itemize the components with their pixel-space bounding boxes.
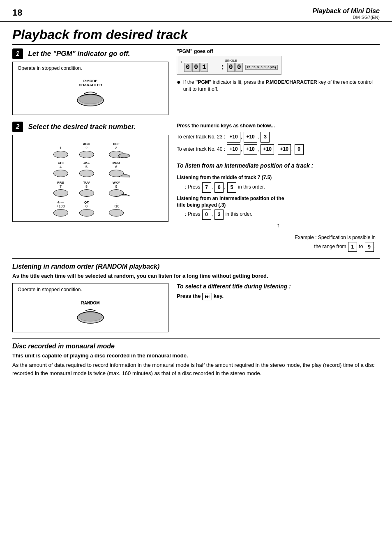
lm-key1: 7: [202, 182, 211, 192]
example-range: the range from: [314, 244, 346, 249]
key-3: DEF 3: [101, 143, 131, 158]
pmode-button: P.MODE CHARACTER: [76, 79, 105, 107]
press-key-text: Press the ⏭ key.: [177, 293, 380, 300]
display-digits: 0 0 1 : 0 0 20 10 5 3 1 0(dB): [184, 63, 278, 72]
listen-pos-row: : Press 0, 3 in this order.: [185, 210, 380, 219]
key9-extra-svg: [117, 192, 131, 198]
arrow-up: ↑: [177, 221, 380, 230]
random-box-text: Operate in stopped condition.: [18, 287, 163, 292]
key-0: QZ 0: [75, 201, 98, 216]
step2-title: Select the desired track number.: [28, 123, 136, 131]
step1-box-text: Operate in stopped condition.: [18, 65, 163, 71]
display-space: [210, 64, 217, 71]
lm-key3: 5: [227, 182, 236, 192]
listen-middle-press: : Press: [185, 184, 200, 190]
pgm-indicator-arrow: ↓: [180, 59, 182, 64]
skip-key: ⏭: [202, 293, 212, 300]
track40-key2: +10: [244, 144, 257, 155]
bullet-icon: ●: [177, 79, 181, 93]
step2-container: 2 Select the desired track number. 1: [12, 122, 380, 252]
digit-0: 0: [184, 63, 191, 72]
key-8: TUV 8: [75, 181, 98, 198]
digit-2b: 0: [235, 63, 243, 72]
key-2: ABC 2: [75, 143, 98, 158]
track40-key3: +10: [261, 144, 274, 155]
track40-key5: 0: [295, 144, 304, 155]
step2-right: Press the numeric keys as shown below...…: [177, 122, 380, 252]
monaural-line2: As the amount of data required to record…: [12, 361, 380, 377]
section-title: Playback from desired track: [12, 27, 380, 45]
key-5: JKL 5: [75, 161, 98, 178]
digit-colon: :: [219, 63, 226, 72]
example-line1: Example : Specification is possible in: [177, 233, 376, 242]
step1-box: Operate in stopped condition. P.MODE CHA…: [12, 62, 168, 115]
divider-1: [12, 258, 380, 259]
track40-key4: +10: [278, 144, 291, 155]
numpad-area: 1 ABC 2 DEF 3: [18, 138, 163, 218]
press-text: Press the: [177, 293, 201, 299]
header-right: Playback of Mini Disc DM-SG7(EN): [312, 7, 380, 20]
step1-note-text: If the "PGM" indicator is lit, press the…: [183, 79, 380, 93]
listen-pos-suffix: in this order.: [226, 212, 252, 217]
listen-pos-press: : Press: [185, 212, 200, 217]
random-left: Operate in stopped condition. RANDOM: [12, 283, 168, 332]
random-label: RANDOM: [81, 301, 100, 305]
key-plus100: & — +100: [49, 201, 72, 216]
track23-key1: +10: [227, 132, 240, 143]
step2-badge: 2: [12, 122, 23, 132]
key-6: MNO 6: [101, 161, 131, 178]
random-two-col: Operate in stopped condition. RANDOM: [12, 283, 380, 332]
key-9: WXY 9: [101, 181, 131, 198]
sub-section-body: Listening from the middle of track 7 (7.…: [177, 173, 380, 252]
monaural-section: Disc recorded in monaural mode This unit…: [12, 343, 380, 377]
listen-middle-suffix: in this order.: [238, 184, 265, 190]
random-body-text: As the title each time will be selected …: [12, 273, 380, 279]
listen-pos-title: Listening from an intermediate position …: [177, 195, 380, 209]
svg-point-2: [118, 154, 130, 158]
pmode-label: P.MODE CHARACTER: [79, 79, 102, 88]
step1-header: 1 Let the "PGM" indicator go off.: [12, 48, 168, 59]
digit-0b: 0: [192, 63, 200, 72]
page-number: 18: [12, 7, 22, 18]
key-label: key.: [214, 293, 224, 299]
main-content: Playback from desired track 1 Let the "P…: [0, 23, 392, 385]
lp-key2: 3: [214, 210, 224, 219]
select-title: To select a different title during liste…: [177, 283, 380, 290]
step1-left: 1 Let the "PGM" indicator go off. Operat…: [12, 48, 168, 115]
press-keys-section: Press the numeric keys as shown below...…: [177, 122, 380, 252]
single-label: SINGLE: [184, 59, 278, 62]
monaural-line1: This unit is capable of playing a disc r…: [12, 352, 380, 359]
step1-title: Let the "PGM" indicator go off.: [28, 50, 130, 58]
monaural-title: Disc recorded in monaural mode: [12, 343, 380, 350]
random-button-diagram: RANDOM: [18, 297, 163, 329]
track23-label: To enter track No. 23 :: [177, 134, 225, 140]
step1-right: "PGM" goes off ↓ SINGLE 0 0 1 : 0: [177, 48, 380, 93]
random-right: To select a different title during liste…: [177, 283, 380, 300]
random-button-svg: [76, 306, 105, 325]
key-1: 1: [49, 143, 72, 158]
track40-row: To enter track No. 40 : +10, +10, +10, +…: [177, 144, 380, 155]
step1-badge: 1: [12, 48, 23, 59]
key-4: GHI 4: [49, 161, 72, 178]
range-from-key: 1: [348, 242, 357, 252]
page-header: 18 Playback of Mini Disc DM-SG7(EN): [0, 0, 392, 22]
svg-point-1: [79, 95, 102, 104]
step2-box: 1 ABC 2 DEF 3: [12, 135, 168, 222]
sub-section-listen: To listen from an intermediate position …: [177, 161, 380, 252]
key6-extra-svg: [117, 172, 131, 178]
track23-row: To enter track No. 23 : +10, +10, 3: [177, 132, 380, 143]
random-button: RANDOM: [76, 301, 105, 325]
range-to-word: to: [359, 244, 363, 249]
step2-header: 2 Select the desired track number.: [12, 122, 168, 132]
track23-key3: 3: [261, 132, 270, 143]
track40-label: To enter track No. 40 :: [177, 146, 225, 152]
model-number: DM-SG7(EN): [312, 15, 380, 20]
example-block: Example : Specification is possible in t…: [177, 233, 380, 252]
numpad-grid: 1 ABC 2 DEF 3: [49, 143, 131, 216]
step2-left: 2 Select the desired track number. 1: [12, 122, 168, 222]
track23-key2: +10: [244, 132, 257, 143]
display-content: SINGLE 0 0 1 : 0 0 20 10 5 3 1 0(dB): [184, 59, 278, 72]
display-panel: ↓ SINGLE 0 0 1 : 0 0 20 10 5 3 1 0(dB): [177, 56, 281, 75]
listen-middle-row: : Press 7, 0, 5 in this order.: [185, 182, 380, 192]
level-bar: 20 10 5 3 1 0(dB): [245, 65, 278, 70]
